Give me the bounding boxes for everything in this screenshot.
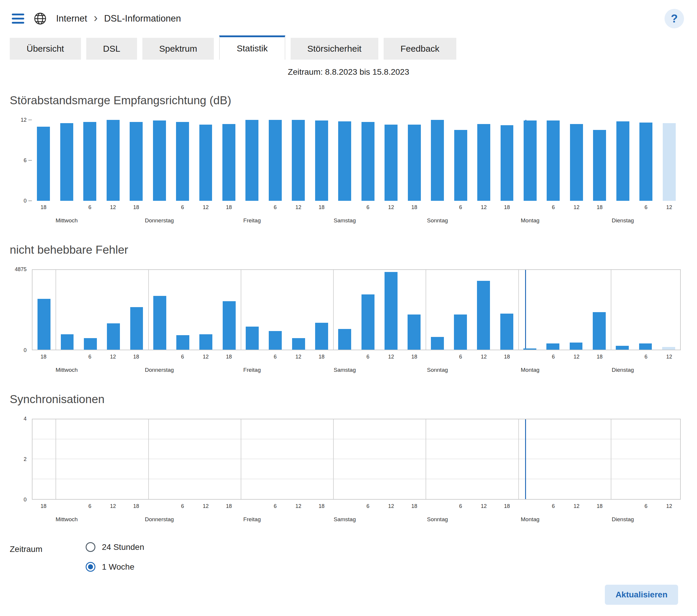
- x-axis-label: 18: [133, 503, 139, 509]
- bar: [385, 272, 398, 350]
- time-marker-line: [525, 419, 526, 499]
- bar: [107, 324, 120, 350]
- zeitraum-controls: Zeitraum 24 Stunden1 Woche: [10, 542, 697, 572]
- day-axis: MittwochDonnerstagFreitagSamstagSonntagM…: [32, 367, 681, 376]
- bar: [84, 338, 97, 350]
- gridline-day-boundary: [148, 270, 149, 350]
- bar: [223, 301, 236, 350]
- gridline-day-boundary: [611, 270, 611, 350]
- x-axis-label: 6: [367, 503, 369, 509]
- day-label: Dienstag: [612, 217, 634, 224]
- bar: [385, 125, 398, 201]
- x-axis-label: 6: [181, 204, 184, 211]
- tab-spektrum[interactable]: Spektrum: [142, 38, 214, 60]
- x-axis-label: 12: [110, 503, 116, 509]
- x-axis-label: 18: [41, 354, 46, 360]
- bar: [500, 314, 513, 350]
- x-axis-label: 18: [226, 204, 232, 211]
- bar: [292, 338, 305, 350]
- gridline-day-boundary: [56, 419, 56, 499]
- x-axis-label: 18: [41, 503, 46, 509]
- tab-dsl[interactable]: DSL: [86, 38, 137, 60]
- x-axis-label: 18: [504, 354, 510, 360]
- x-axis-label: 18: [133, 354, 139, 360]
- day-label: Mittwoch: [56, 367, 78, 373]
- help-button[interactable]: ?: [665, 9, 684, 28]
- y-axis: 024: [0, 419, 32, 500]
- x-axis-label: 6: [367, 354, 369, 360]
- x-axis-label: 6: [459, 503, 462, 509]
- menu-icon[interactable]: [12, 14, 24, 24]
- bar: [431, 120, 444, 201]
- x-axis-label: 12: [203, 204, 208, 211]
- gridline-horizontal: [32, 479, 680, 479]
- x-axis-label: 6: [552, 354, 555, 360]
- y-axis-label: 4875: [15, 266, 27, 273]
- x-axis-label: 6: [88, 354, 91, 360]
- bar: [617, 121, 629, 201]
- day-label: Sonntag: [427, 516, 448, 523]
- radio-option-24-stunden[interactable]: 24 Stunden: [86, 542, 144, 552]
- y-axis-label: 0: [24, 198, 27, 204]
- x-axis-label: 18: [411, 503, 417, 509]
- day-label: Montag: [521, 516, 539, 523]
- bar: [616, 346, 629, 350]
- bar: [269, 120, 282, 201]
- bar: [639, 343, 652, 350]
- x-axis-label: 6: [274, 354, 277, 360]
- x-axis-label: 12: [388, 503, 394, 509]
- header: Internet › DSL-Informationen ?: [0, 0, 697, 28]
- day-label: Donnerstag: [145, 367, 174, 373]
- tab--bersicht[interactable]: Übersicht: [10, 38, 81, 60]
- x-axis-label: 6: [274, 503, 277, 509]
- bar: [176, 122, 189, 201]
- plot-area: [32, 120, 681, 201]
- bar: [60, 123, 73, 201]
- y-tick-mark: [28, 200, 32, 201]
- day-label: Sonntag: [427, 217, 448, 224]
- gridline-day-boundary: [518, 270, 519, 350]
- day-label: Donnerstag: [145, 516, 174, 523]
- bar: [547, 120, 560, 201]
- gridline-day-boundary: [518, 419, 519, 499]
- x-axis-label: 12: [295, 204, 301, 211]
- y-axis-label: 2: [24, 456, 27, 463]
- day-label: Samstag: [334, 367, 356, 373]
- x-axis-label: 12: [203, 354, 208, 360]
- radio-option-1-woche[interactable]: 1 Woche: [86, 562, 144, 572]
- day-label: Donnerstag: [145, 217, 174, 224]
- x-axis-label: 18: [411, 354, 417, 360]
- day-label: Freitag: [243, 516, 261, 523]
- gridline-day-boundary: [426, 419, 426, 499]
- tab-st-rsicherheit[interactable]: Störsicherheit: [291, 38, 378, 60]
- x-axis-label: 12: [110, 354, 116, 360]
- y-tick-mark: [28, 120, 32, 120]
- day-label: Mittwoch: [56, 217, 78, 224]
- x-axis-label: 6: [644, 354, 647, 360]
- gridline-horizontal: [32, 439, 680, 439]
- bar: [570, 343, 583, 350]
- bar: [199, 125, 212, 201]
- y-axis-label: 4: [24, 416, 27, 422]
- gridline-horizontal: [32, 459, 680, 459]
- x-axis-label: 18: [597, 354, 603, 360]
- x-axis-label: 18: [319, 204, 325, 211]
- x-axis-label: 12: [574, 503, 579, 509]
- breadcrumb-page: DSL-Informationen: [104, 13, 181, 24]
- x-axis-label: 12: [666, 503, 672, 509]
- update-button[interactable]: Aktualisieren: [605, 585, 678, 605]
- x-axis: 18612186121861218612186121861218612: [32, 204, 681, 213]
- x-axis-label: 6: [367, 204, 369, 211]
- gridline-day-boundary: [148, 419, 149, 499]
- gridline-day-boundary: [333, 419, 334, 499]
- tab-statistik[interactable]: Statistik: [219, 35, 285, 60]
- snr-chart: 0612 18612186121861218612186121861218612…: [0, 120, 697, 226]
- x-axis: 18612186121861218612186121861218612: [32, 354, 681, 363]
- x-axis-label: 18: [226, 354, 232, 360]
- tab-feedback[interactable]: Feedback: [384, 38, 456, 60]
- day-label: Samstag: [334, 217, 356, 224]
- bar: [199, 334, 212, 350]
- day-label: Dienstag: [612, 516, 634, 523]
- breadcrumb-section[interactable]: Internet: [56, 13, 87, 24]
- day-label: Sonntag: [427, 367, 448, 373]
